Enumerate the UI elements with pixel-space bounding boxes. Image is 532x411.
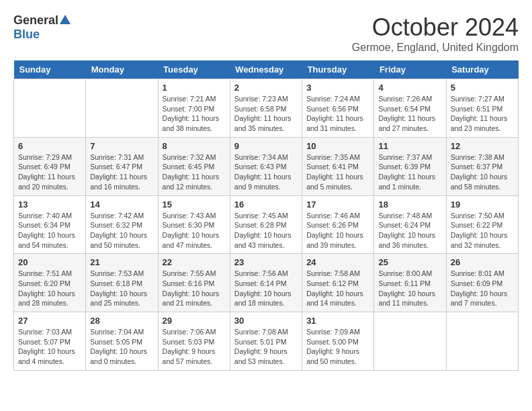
day-cell: 9Sunrise: 7:34 AM Sunset: 6:43 PM Daylig…	[230, 137, 302, 195]
day-number: 31	[306, 316, 369, 326]
day-cell: 5Sunrise: 7:27 AM Sunset: 6:51 PM Daylig…	[446, 79, 518, 138]
day-number: 2	[234, 83, 298, 93]
day-number: 1	[163, 83, 226, 93]
day-cell: 16Sunrise: 7:45 AM Sunset: 6:28 PM Dayli…	[230, 195, 302, 254]
day-number: 25	[378, 257, 441, 267]
day-cell: 31Sunrise: 7:09 AM Sunset: 5:00 PM Dayli…	[302, 312, 374, 371]
day-cell: 8Sunrise: 7:32 AM Sunset: 6:45 PM Daylig…	[158, 137, 230, 195]
day-number: 10	[306, 141, 369, 151]
day-number: 28	[90, 316, 153, 326]
day-info: Sunrise: 7:45 AM Sunset: 6:28 PM Dayligh…	[234, 211, 298, 250]
day-cell	[86, 79, 158, 138]
day-number: 22	[163, 257, 226, 267]
day-info: Sunrise: 8:01 AM Sunset: 6:09 PM Dayligh…	[451, 269, 514, 308]
day-cell: 18Sunrise: 7:48 AM Sunset: 6:24 PM Dayli…	[374, 195, 446, 254]
day-number: 15	[163, 199, 226, 210]
day-number: 13	[18, 199, 81, 210]
col-header-wednesday: Wednesday	[230, 60, 302, 79]
week-row-1: 1Sunrise: 7:21 AM Sunset: 7:00 PM Daylig…	[14, 79, 519, 138]
day-number: 11	[378, 141, 441, 151]
day-cell: 2Sunrise: 7:23 AM Sunset: 6:58 PM Daylig…	[230, 79, 302, 138]
day-cell: 10Sunrise: 7:35 AM Sunset: 6:41 PM Dayli…	[302, 137, 374, 195]
day-info: Sunrise: 7:27 AM Sunset: 6:51 PM Dayligh…	[451, 94, 514, 134]
day-number: 3	[306, 83, 369, 93]
day-cell	[14, 79, 86, 138]
col-header-thursday: Thursday	[302, 60, 374, 79]
day-info: Sunrise: 7:04 AM Sunset: 5:05 PM Dayligh…	[90, 327, 153, 367]
day-info: Sunrise: 7:50 AM Sunset: 6:22 PM Dayligh…	[451, 211, 514, 250]
day-info: Sunrise: 7:29 AM Sunset: 6:49 PM Dayligh…	[18, 152, 81, 192]
day-number: 4	[378, 83, 441, 93]
day-cell: 27Sunrise: 7:03 AM Sunset: 5:07 PM Dayli…	[14, 312, 86, 371]
title-section: October 2024 Germoe, England, United Kin…	[352, 13, 519, 54]
col-header-sunday: Sunday	[14, 60, 86, 79]
day-info: Sunrise: 7:37 AM Sunset: 6:39 PM Dayligh…	[378, 152, 441, 192]
week-row-5: 27Sunrise: 7:03 AM Sunset: 5:07 PM Dayli…	[14, 312, 519, 371]
day-info: Sunrise: 7:34 AM Sunset: 6:43 PM Dayligh…	[234, 152, 298, 192]
day-info: Sunrise: 7:48 AM Sunset: 6:24 PM Dayligh…	[378, 211, 441, 250]
day-number: 8	[163, 141, 226, 151]
day-cell: 23Sunrise: 7:56 AM Sunset: 6:14 PM Dayli…	[230, 254, 302, 312]
day-info: Sunrise: 7:51 AM Sunset: 6:20 PM Dayligh…	[18, 269, 81, 308]
day-cell: 21Sunrise: 7:53 AM Sunset: 6:18 PM Dayli…	[86, 254, 158, 312]
day-number: 5	[451, 83, 514, 93]
day-number: 30	[234, 316, 298, 326]
day-number: 17	[306, 199, 369, 210]
day-number: 16	[234, 199, 298, 210]
day-cell: 19Sunrise: 7:50 AM Sunset: 6:22 PM Dayli…	[446, 195, 518, 254]
day-cell: 4Sunrise: 7:26 AM Sunset: 6:54 PM Daylig…	[374, 79, 446, 138]
day-cell	[374, 312, 446, 371]
day-info: Sunrise: 7:55 AM Sunset: 6:16 PM Dayligh…	[163, 269, 226, 308]
day-info: Sunrise: 7:23 AM Sunset: 6:58 PM Dayligh…	[234, 94, 298, 134]
week-row-2: 6Sunrise: 7:29 AM Sunset: 6:49 PM Daylig…	[14, 137, 519, 195]
day-info: Sunrise: 7:03 AM Sunset: 5:07 PM Dayligh…	[18, 327, 81, 367]
day-info: Sunrise: 7:56 AM Sunset: 6:14 PM Dayligh…	[234, 269, 298, 308]
logo: General Blue	[13, 13, 71, 42]
col-header-saturday: Saturday	[446, 60, 518, 79]
day-info: Sunrise: 7:42 AM Sunset: 6:32 PM Dayligh…	[90, 211, 153, 250]
month-title: October 2024	[352, 13, 519, 42]
day-info: Sunrise: 7:08 AM Sunset: 5:01 PM Dayligh…	[234, 327, 298, 367]
day-info: Sunrise: 7:31 AM Sunset: 6:47 PM Dayligh…	[90, 152, 153, 192]
header-row: SundayMondayTuesdayWednesdayThursdayFrid…	[14, 60, 519, 79]
day-number: 23	[234, 257, 298, 267]
day-number: 9	[234, 141, 298, 151]
day-info: Sunrise: 7:26 AM Sunset: 6:54 PM Dayligh…	[378, 94, 441, 134]
page-header: General Blue October 2024 Germoe, Englan…	[13, 13, 519, 54]
day-cell: 12Sunrise: 7:38 AM Sunset: 6:37 PM Dayli…	[446, 137, 518, 195]
day-info: Sunrise: 7:06 AM Sunset: 5:03 PM Dayligh…	[163, 327, 226, 367]
location-text: Germoe, England, United Kingdom	[352, 42, 519, 54]
day-cell: 22Sunrise: 7:55 AM Sunset: 6:16 PM Dayli…	[158, 254, 230, 312]
logo-icon	[60, 15, 71, 24]
day-info: Sunrise: 7:53 AM Sunset: 6:18 PM Dayligh…	[90, 269, 153, 308]
day-number: 29	[163, 316, 226, 326]
day-info: Sunrise: 7:46 AM Sunset: 6:26 PM Dayligh…	[306, 211, 369, 250]
col-header-monday: Monday	[86, 60, 158, 79]
day-cell: 26Sunrise: 8:01 AM Sunset: 6:09 PM Dayli…	[446, 254, 518, 312]
day-cell: 3Sunrise: 7:24 AM Sunset: 6:56 PM Daylig…	[302, 79, 374, 138]
day-cell: 7Sunrise: 7:31 AM Sunset: 6:47 PM Daylig…	[86, 137, 158, 195]
day-number: 6	[18, 141, 81, 151]
day-info: Sunrise: 7:09 AM Sunset: 5:00 PM Dayligh…	[306, 327, 369, 367]
day-info: Sunrise: 7:58 AM Sunset: 6:12 PM Dayligh…	[306, 269, 369, 308]
day-info: Sunrise: 7:21 AM Sunset: 7:00 PM Dayligh…	[163, 94, 226, 134]
day-number: 19	[451, 199, 514, 210]
day-info: Sunrise: 7:35 AM Sunset: 6:41 PM Dayligh…	[306, 152, 369, 192]
day-info: Sunrise: 7:32 AM Sunset: 6:45 PM Dayligh…	[163, 152, 226, 192]
day-info: Sunrise: 7:43 AM Sunset: 6:30 PM Dayligh…	[163, 211, 226, 250]
day-cell: 25Sunrise: 8:00 AM Sunset: 6:11 PM Dayli…	[374, 254, 446, 312]
day-number: 27	[18, 316, 81, 326]
logo-general-text: General	[13, 13, 58, 28]
day-cell: 14Sunrise: 7:42 AM Sunset: 6:32 PM Dayli…	[86, 195, 158, 254]
day-cell: 6Sunrise: 7:29 AM Sunset: 6:49 PM Daylig…	[14, 137, 86, 195]
logo-blue-text: Blue	[13, 28, 40, 42]
col-header-tuesday: Tuesday	[158, 60, 230, 79]
day-cell: 13Sunrise: 7:40 AM Sunset: 6:34 PM Dayli…	[14, 195, 86, 254]
day-info: Sunrise: 7:24 AM Sunset: 6:56 PM Dayligh…	[306, 94, 369, 134]
day-number: 14	[90, 199, 153, 210]
day-cell: 17Sunrise: 7:46 AM Sunset: 6:26 PM Dayli…	[302, 195, 374, 254]
day-info: Sunrise: 8:00 AM Sunset: 6:11 PM Dayligh…	[378, 269, 441, 308]
day-cell: 30Sunrise: 7:08 AM Sunset: 5:01 PM Dayli…	[230, 312, 302, 371]
day-number: 24	[306, 257, 369, 267]
day-cell: 24Sunrise: 7:58 AM Sunset: 6:12 PM Dayli…	[302, 254, 374, 312]
